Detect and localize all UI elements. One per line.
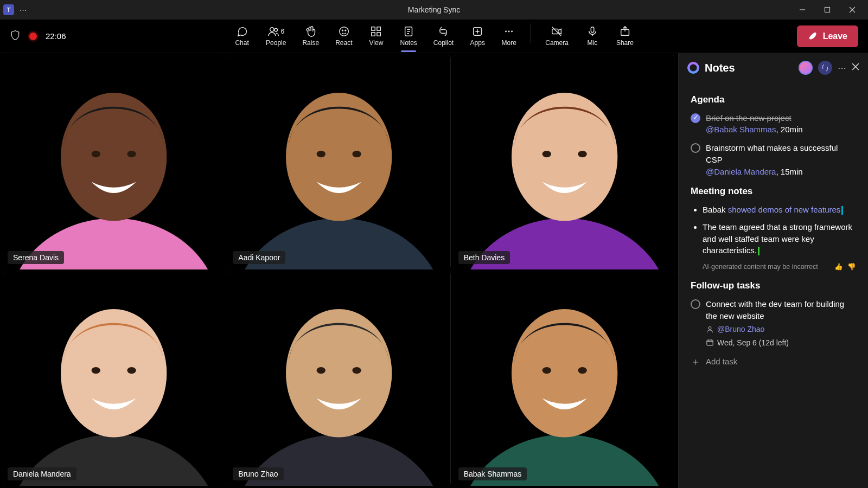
video-tile[interactable]: Serena Davis [2, 55, 225, 269]
agenda-checkbox[interactable] [691, 113, 700, 123]
svg-point-2 [275, 29, 278, 32]
svg-point-1 [270, 28, 274, 31]
copilot-label: Copilot [433, 39, 454, 47]
apps-button[interactable]: Apps [464, 23, 490, 49]
meeting-note-text: The team agreed that a strong framework … [703, 222, 852, 255]
svg-point-27 [353, 151, 361, 157]
agenda-item[interactable]: Brainstorm what makes a successful CSP @… [691, 142, 856, 177]
react-label: React [335, 39, 352, 47]
window-minimize[interactable] [790, 0, 815, 20]
apps-label: Apps [470, 39, 485, 47]
copilot-button[interactable]: Copilot [428, 23, 459, 49]
svg-point-21 [92, 151, 100, 157]
svg-rect-49 [707, 340, 713, 345]
svg-point-35 [61, 309, 167, 438]
task-item[interactable]: Connect with the dev team for building t… [691, 298, 856, 348]
main-area: Serena Davis Aadi Kapoor [0, 53, 868, 488]
meeting-timer: 22:06 [46, 31, 66, 41]
window-maximize[interactable] [815, 0, 840, 20]
task-text: Connect with the dev team for building t… [706, 298, 856, 322]
notes-label: Notes [400, 39, 417, 47]
raise-label: Raise [302, 39, 319, 47]
svg-point-42 [353, 367, 361, 374]
video-tile[interactable]: Babak Shammas [453, 272, 676, 486]
svg-point-47 [578, 367, 586, 374]
add-task-label: Add task [706, 356, 737, 368]
participant-name-label: Bruno Zhao [233, 467, 283, 480]
notes-button[interactable]: Notes [394, 23, 422, 49]
notes-header: Notes ⋯ [679, 53, 868, 82]
svg-rect-16 [591, 27, 594, 33]
notes-close-icon[interactable] [852, 63, 859, 73]
more-button[interactable]: More [496, 23, 522, 49]
thumbs-down-icon[interactable]: 👎 [847, 262, 856, 272]
svg-point-45 [512, 309, 617, 438]
react-button[interactable]: React [330, 23, 358, 49]
svg-rect-8 [372, 33, 375, 36]
task-assignee[interactable]: @Bruno Zhao [717, 324, 764, 335]
agenda-mention[interactable]: @Babak Shammas [706, 125, 776, 134]
task-checkbox[interactable] [691, 299, 700, 309]
add-task-button[interactable]: ＋ Add task [691, 355, 856, 369]
svg-point-32 [578, 151, 586, 157]
share-button[interactable]: Share [611, 23, 639, 49]
leave-button[interactable]: Leave [797, 25, 858, 47]
video-tile[interactable]: Aadi Kapoor [227, 55, 450, 269]
tasks-heading: Follow-up tasks [691, 279, 856, 293]
agenda-item[interactable]: Brief on the new project @Babak Shammas,… [691, 112, 856, 136]
share-label: Share [616, 39, 634, 47]
svg-point-31 [542, 151, 551, 157]
chat-button[interactable]: Chat [229, 23, 255, 49]
participant-name-label: Aadi Kapoor [233, 251, 285, 264]
raise-hand-button[interactable]: Raise [297, 23, 324, 49]
video-tile[interactable]: Daniela Mandera [2, 272, 225, 486]
agenda-heading: Agenda [691, 93, 856, 107]
svg-point-22 [127, 151, 136, 157]
meeting-note-item[interactable]: The team agreed that a strong framework … [703, 221, 856, 256]
svg-point-37 [127, 367, 136, 374]
recording-indicator-icon [29, 33, 37, 40]
task-due: Wed, Sep 6 (12d left) [717, 337, 789, 348]
teams-app-icon: T [3, 4, 14, 15]
people-count: 6 [280, 28, 284, 35]
svg-point-14 [511, 31, 513, 33]
privacy-shield-icon[interactable] [10, 30, 21, 43]
svg-point-12 [505, 31, 507, 33]
camera-label: Camera [545, 39, 569, 47]
camera-button[interactable]: Camera [540, 23, 574, 49]
people-button[interactable]: 6 People [260, 23, 291, 49]
titlebar: T ⋯ Marketing Sync [0, 0, 868, 20]
svg-rect-6 [372, 27, 375, 30]
calendar-icon [706, 338, 714, 346]
video-tile[interactable]: Bruno Zhao [227, 272, 450, 486]
participant-name-label: Daniela Mandera [8, 467, 76, 480]
notes-more-icon[interactable]: ⋯ [838, 63, 846, 73]
svg-point-46 [542, 367, 551, 374]
svg-point-13 [508, 31, 510, 33]
agenda-mention[interactable]: @Daniela Mandera [706, 167, 776, 176]
meeting-note-highlight: showed demos of new features [728, 205, 841, 214]
agenda-duration: 15min [781, 167, 803, 176]
notes-body[interactable]: Agenda Brief on the new project @Babak S… [679, 82, 868, 488]
participant-name-label: Serena Davis [8, 251, 64, 264]
titlebar-more-icon[interactable]: ⋯ [20, 6, 27, 14]
svg-rect-0 [825, 8, 830, 12]
meeting-toolbar: 22:06 Chat 6 People Raise React View [0, 20, 868, 53]
agenda-duration: 20min [781, 125, 803, 134]
thumbs-up-icon[interactable]: 👍 [834, 262, 843, 272]
view-button[interactable]: View [363, 23, 389, 49]
notes-panel-title: Notes [705, 62, 735, 74]
meeting-note-text: Babak [703, 205, 728, 214]
mic-label: Mic [588, 39, 598, 47]
svg-rect-9 [377, 33, 380, 36]
mic-button[interactable]: Mic [579, 23, 605, 49]
svg-point-40 [286, 309, 392, 438]
meeting-note-item[interactable]: Babak showed demos of new features [703, 204, 856, 216]
presence-avatar[interactable] [799, 61, 813, 75]
copilot-icon[interactable] [818, 61, 832, 75]
leave-label: Leave [823, 31, 847, 41]
window-close[interactable] [840, 0, 865, 20]
video-tile[interactable]: Beth Davies [453, 55, 676, 269]
agenda-checkbox[interactable] [691, 143, 700, 153]
video-grid: Serena Davis Aadi Kapoor [0, 53, 678, 488]
